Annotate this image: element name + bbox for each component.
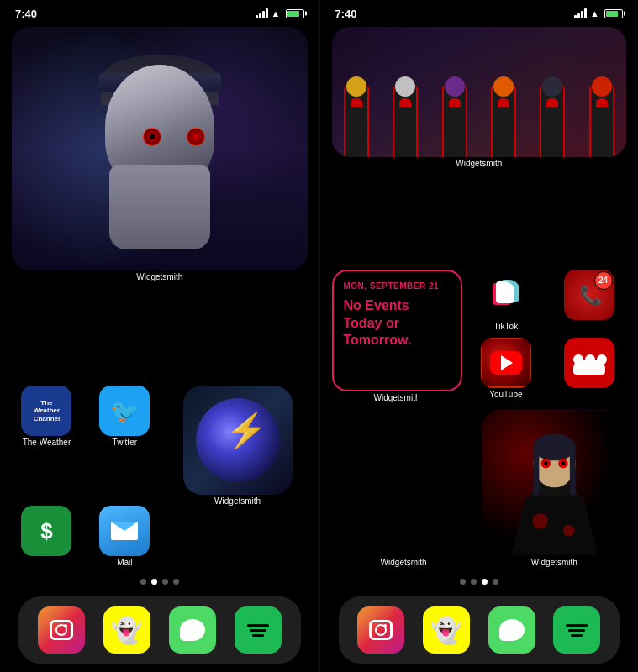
youtube-icon[interactable] [481,338,531,388]
fig-2 [381,27,430,157]
bottom-widgets-right: Widgetsmith [332,409,627,567]
youtube-app[interactable]: YouTube [469,338,544,399]
snapchat-ghost-icon-right: 👻 [430,616,461,645]
mail-icon[interactable] [99,506,150,556]
top-widget-right[interactable]: Widgetsmith [332,27,627,263]
akatsuki-small-icon[interactable] [564,338,614,388]
messages-bubble-icon-right [499,619,525,641]
twitter-bird-icon: 🐦 [110,397,140,425]
akatsuki-app[interactable] [551,338,626,390]
dot-1-right [460,579,466,585]
main-widget-label-left: Widgetsmith [136,272,182,281]
time-left: 7:40 [15,8,37,20]
dock-right: 👻 [339,596,620,664]
svg-point-12 [563,525,575,537]
tiktok-label: TikTok [494,322,519,331]
fig-1 [332,27,381,157]
itachi-widget[interactable] [482,409,626,556]
youtube-play-icon [501,355,513,370]
svg-rect-5 [533,447,539,495]
dot-3-right [482,579,488,585]
svg-point-4 [533,433,575,460]
signal-icon-left [256,8,268,18]
snapchat-dock-right[interactable]: 👻 [423,606,470,654]
akatsuki-cloud-icon [573,351,605,375]
fig-5 [528,27,577,157]
page-dots-right [332,574,627,590]
spotify-dock-left[interactable] [235,606,282,654]
youtube-label: YouTube [489,390,522,399]
top-widget-label-right: Widgetsmith [456,159,502,168]
calendar-widget-wrapper[interactable]: MON, SEPTEMBER 21 No Events Today or Tom… [332,270,462,402]
cash-icon[interactable]: $ [21,506,71,556]
instagram-dock-left[interactable] [38,606,85,654]
itachi-widget-app[interactable]: Widgetsmith [482,409,626,567]
phone-handset-icon: 📞 [579,285,599,305]
weather-icon-text: TheWeatherChannel [34,399,61,423]
spotify-icon [247,624,269,637]
spotify-dock-right[interactable] [553,606,600,654]
weather-label: The Weather [23,438,71,447]
messages-dock-left[interactable] [169,606,216,654]
time-right: 7:40 [335,8,357,20]
signal-icon-right [574,8,587,18]
fig-3 [430,27,478,157]
svg-point-11 [532,513,547,528]
svg-point-9 [544,461,548,465]
page-dots-left [12,574,308,590]
weather-channel-icon[interactable]: TheWeatherChannel [21,386,71,436]
widgetsmith-big-left[interactable] [12,27,308,270]
wifi-icon-right: ▲ [590,8,599,18]
calendar-widget[interactable]: MON, SEPTEMBER 21 No Events Today or Tom… [332,270,462,391]
status-icons-right: ▲ [574,8,623,18]
calendar-message: No Events Today or Tomorrow. [344,297,451,349]
twitter-app[interactable]: 🐦 Twitter [90,386,160,447]
twitter-icon[interactable]: 🐦 [99,386,150,436]
widgetsmith-kakashi-label: Widgetsmith [214,496,261,506]
fig-6 [577,27,626,157]
messages-dock-right[interactable] [488,606,535,654]
dot-2-right [471,579,477,585]
fig-4 [479,27,528,157]
cash-app[interactable]: $ [12,506,82,558]
akatsuki-group-visual [332,27,627,157]
sharingan-widget-label: Widgetsmith [381,558,427,567]
mid-section-right: MON, SEPTEMBER 21 No Events Today or Tom… [332,270,627,402]
snapchat-dock-left[interactable]: 👻 [103,606,150,654]
akatsuki-widget[interactable] [332,27,627,157]
phone-badge: 24 [594,271,613,290]
dock-left: 👻 [18,596,301,664]
phone-icon[interactable]: 📞 24 [564,270,614,320]
tiktok-logo-icon [493,280,519,310]
tiktok-icon[interactable] [481,270,531,320]
svg-rect-6 [570,447,576,495]
tiktok-app[interactable]: TikTok [469,270,544,331]
twitter-label: Twitter [113,438,137,447]
right-icon-grid: TikTok 📞 24 [469,270,627,399]
icon-row-1-right: TikTok 📞 24 [469,270,627,331]
status-bar-right: 7:40 ▲ [320,0,639,24]
main-widget-left[interactable]: Widgetsmith [12,27,308,379]
svg-point-10 [561,461,565,465]
widgetsmith-kakashi-icon[interactable] [183,386,293,495]
phone-app[interactable]: 📞 24 [551,270,626,322]
dot-2-left [151,579,157,585]
dot-3-left [162,579,168,585]
instagram-icon-right [369,620,393,640]
battery-icon-left [286,9,304,18]
right-eye [187,128,205,146]
app-row-2-left: $ Mail [12,506,308,567]
youtube-play-bg [490,351,522,375]
calendar-date: MON, SEPTEMBER 21 [344,281,451,291]
mail-app[interactable]: Mail [90,506,160,567]
messages-bubble-icon [180,619,205,641]
itachi-visual [482,409,626,556]
widgetsmith-kakashi-app[interactable]: Widgetsmith [168,386,308,506]
weather-channel-app[interactable]: TheWeatherChannel The Weather [12,386,82,447]
status-icons-left: ▲ [256,8,304,18]
instagram-dock-right[interactable] [357,606,404,654]
icon-row-2-right: YouTube [469,338,627,399]
sharingan-widget-app[interactable]: Widgetsmith [332,409,476,567]
itachi-widget-label: Widgetsmith [531,558,577,567]
envelope-icon [111,522,138,540]
